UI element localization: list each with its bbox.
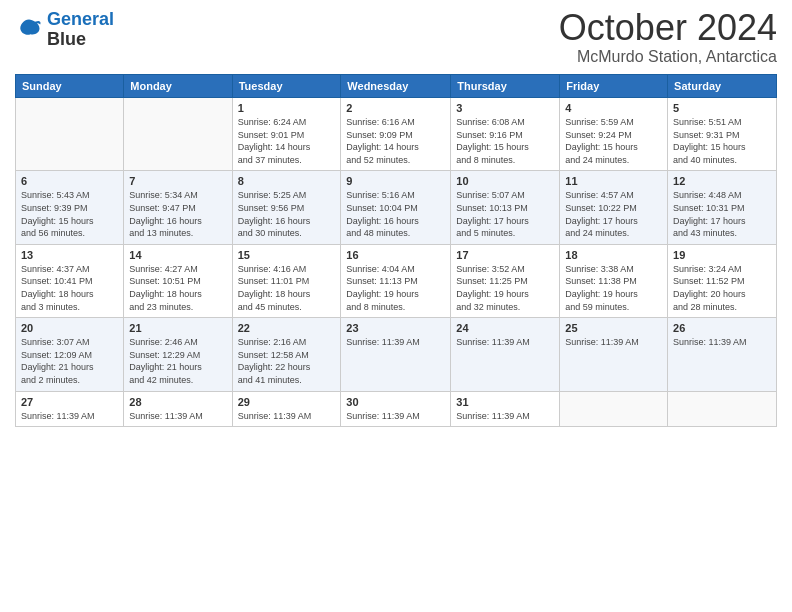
day-info: Sunrise: 6:08 AM Sunset: 9:16 PM Dayligh… <box>456 116 554 166</box>
day-info: Sunrise: 5:16 AM Sunset: 10:04 PM Daylig… <box>346 189 445 239</box>
day-number: 15 <box>238 249 336 261</box>
day-cell: 23Sunrise: 11:39 AM <box>341 318 451 391</box>
calendar-table: SundayMondayTuesdayWednesdayThursdayFrid… <box>15 74 777 427</box>
day-cell: 21Sunrise: 2:46 AM Sunset: 12:29 AM Dayl… <box>124 318 232 391</box>
day-number: 13 <box>21 249 118 261</box>
day-number: 17 <box>456 249 554 261</box>
header-thursday: Thursday <box>451 75 560 98</box>
day-number: 2 <box>346 102 445 114</box>
day-cell: 6Sunrise: 5:43 AM Sunset: 9:39 PM Daylig… <box>16 171 124 244</box>
day-number: 3 <box>456 102 554 114</box>
logo: General Blue <box>15 10 114 50</box>
day-cell: 24Sunrise: 11:39 AM <box>451 318 560 391</box>
day-number: 9 <box>346 175 445 187</box>
day-cell: 31Sunrise: 11:39 AM <box>451 391 560 427</box>
day-number: 16 <box>346 249 445 261</box>
day-cell: 18Sunrise: 3:38 AM Sunset: 11:38 PM Dayl… <box>560 244 668 317</box>
header: General Blue October 2024 McMurdo Statio… <box>15 10 777 66</box>
day-cell: 2Sunrise: 6:16 AM Sunset: 9:09 PM Daylig… <box>341 98 451 171</box>
day-cell <box>124 98 232 171</box>
day-number: 23 <box>346 322 445 334</box>
day-cell: 22Sunrise: 2:16 AM Sunset: 12:58 AM Dayl… <box>232 318 341 391</box>
day-info: Sunrise: 4:48 AM Sunset: 10:31 PM Daylig… <box>673 189 771 239</box>
day-number: 20 <box>21 322 118 334</box>
header-friday: Friday <box>560 75 668 98</box>
day-info: Sunrise: 2:16 AM Sunset: 12:58 AM Daylig… <box>238 336 336 386</box>
day-info: Sunrise: 11:39 AM <box>565 336 662 349</box>
day-number: 11 <box>565 175 662 187</box>
title-block: October 2024 McMurdo Station, Antarctica <box>559 10 777 66</box>
day-info: Sunrise: 3:07 AM Sunset: 12:09 AM Daylig… <box>21 336 118 386</box>
day-cell: 25Sunrise: 11:39 AM <box>560 318 668 391</box>
week-row-2: 6Sunrise: 5:43 AM Sunset: 9:39 PM Daylig… <box>16 171 777 244</box>
day-number: 6 <box>21 175 118 187</box>
month-title: October 2024 <box>559 10 777 46</box>
day-number: 26 <box>673 322 771 334</box>
day-cell: 13Sunrise: 4:37 AM Sunset: 10:41 PM Dayl… <box>16 244 124 317</box>
day-info: Sunrise: 3:38 AM Sunset: 11:38 PM Daylig… <box>565 263 662 313</box>
day-info: Sunrise: 6:24 AM Sunset: 9:01 PM Dayligh… <box>238 116 336 166</box>
day-info: Sunrise: 6:16 AM Sunset: 9:09 PM Dayligh… <box>346 116 445 166</box>
day-cell: 9Sunrise: 5:16 AM Sunset: 10:04 PM Dayli… <box>341 171 451 244</box>
day-info: Sunrise: 4:37 AM Sunset: 10:41 PM Daylig… <box>21 263 118 313</box>
logo-name: General Blue <box>47 10 114 50</box>
day-info: Sunrise: 11:39 AM <box>238 410 336 423</box>
day-cell: 1Sunrise: 6:24 AM Sunset: 9:01 PM Daylig… <box>232 98 341 171</box>
header-monday: Monday <box>124 75 232 98</box>
day-number: 19 <box>673 249 771 261</box>
day-info: Sunrise: 5:59 AM Sunset: 9:24 PM Dayligh… <box>565 116 662 166</box>
day-info: Sunrise: 4:04 AM Sunset: 11:13 PM Daylig… <box>346 263 445 313</box>
day-cell: 12Sunrise: 4:48 AM Sunset: 10:31 PM Dayl… <box>668 171 777 244</box>
day-info: Sunrise: 3:24 AM Sunset: 11:52 PM Daylig… <box>673 263 771 313</box>
day-number: 1 <box>238 102 336 114</box>
day-info: Sunrise: 11:39 AM <box>456 336 554 349</box>
logo-blue: Blue <box>47 29 86 49</box>
page: General Blue October 2024 McMurdo Statio… <box>0 0 792 612</box>
day-number: 14 <box>129 249 226 261</box>
day-info: Sunrise: 4:27 AM Sunset: 10:51 PM Daylig… <box>129 263 226 313</box>
day-number: 28 <box>129 396 226 408</box>
week-row-1: 1Sunrise: 6:24 AM Sunset: 9:01 PM Daylig… <box>16 98 777 171</box>
day-cell: 3Sunrise: 6:08 AM Sunset: 9:16 PM Daylig… <box>451 98 560 171</box>
day-cell: 30Sunrise: 11:39 AM <box>341 391 451 427</box>
week-row-4: 20Sunrise: 3:07 AM Sunset: 12:09 AM Dayl… <box>16 318 777 391</box>
logo-general: General <box>47 9 114 29</box>
day-number: 31 <box>456 396 554 408</box>
day-number: 8 <box>238 175 336 187</box>
day-number: 30 <box>346 396 445 408</box>
day-info: Sunrise: 4:57 AM Sunset: 10:22 PM Daylig… <box>565 189 662 239</box>
day-cell: 19Sunrise: 3:24 AM Sunset: 11:52 PM Dayl… <box>668 244 777 317</box>
day-cell: 7Sunrise: 5:34 AM Sunset: 9:47 PM Daylig… <box>124 171 232 244</box>
day-info: Sunrise: 5:51 AM Sunset: 9:31 PM Dayligh… <box>673 116 771 166</box>
day-cell: 28Sunrise: 11:39 AM <box>124 391 232 427</box>
logo-bird-icon <box>15 16 43 44</box>
day-cell: 14Sunrise: 4:27 AM Sunset: 10:51 PM Dayl… <box>124 244 232 317</box>
day-info: Sunrise: 2:46 AM Sunset: 12:29 AM Daylig… <box>129 336 226 386</box>
header-wednesday: Wednesday <box>341 75 451 98</box>
day-cell: 16Sunrise: 4:04 AM Sunset: 11:13 PM Dayl… <box>341 244 451 317</box>
week-row-5: 27Sunrise: 11:39 AM28Sunrise: 11:39 AM29… <box>16 391 777 427</box>
day-cell: 20Sunrise: 3:07 AM Sunset: 12:09 AM Dayl… <box>16 318 124 391</box>
day-cell <box>560 391 668 427</box>
day-number: 12 <box>673 175 771 187</box>
day-number: 5 <box>673 102 771 114</box>
day-number: 27 <box>21 396 118 408</box>
day-info: Sunrise: 3:52 AM Sunset: 11:25 PM Daylig… <box>456 263 554 313</box>
day-number: 24 <box>456 322 554 334</box>
day-info: Sunrise: 4:16 AM Sunset: 11:01 PM Daylig… <box>238 263 336 313</box>
day-info: Sunrise: 11:39 AM <box>456 410 554 423</box>
day-info: Sunrise: 11:39 AM <box>129 410 226 423</box>
day-cell: 10Sunrise: 5:07 AM Sunset: 10:13 PM Dayl… <box>451 171 560 244</box>
week-row-3: 13Sunrise: 4:37 AM Sunset: 10:41 PM Dayl… <box>16 244 777 317</box>
day-info: Sunrise: 11:39 AM <box>673 336 771 349</box>
location-title: McMurdo Station, Antarctica <box>559 48 777 66</box>
day-number: 18 <box>565 249 662 261</box>
header-saturday: Saturday <box>668 75 777 98</box>
day-cell <box>668 391 777 427</box>
day-info: Sunrise: 11:39 AM <box>21 410 118 423</box>
day-number: 22 <box>238 322 336 334</box>
day-info: Sunrise: 5:34 AM Sunset: 9:47 PM Dayligh… <box>129 189 226 239</box>
day-cell: 29Sunrise: 11:39 AM <box>232 391 341 427</box>
day-cell <box>16 98 124 171</box>
day-number: 4 <box>565 102 662 114</box>
